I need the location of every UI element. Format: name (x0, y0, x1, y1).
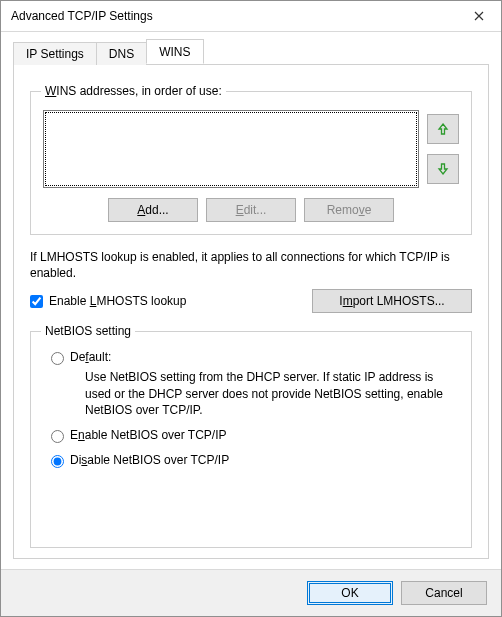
netbios-disable-label[interactable]: Disable NetBIOS over TCP/IP (70, 453, 229, 467)
arrow-down-icon (436, 162, 450, 176)
netbios-enable-radio[interactable] (51, 430, 64, 443)
dialog-footer: OK Cancel (1, 569, 501, 616)
tab-ip-settings[interactable]: IP Settings (13, 42, 97, 65)
netbios-enable-label[interactable]: Enable NetBIOS over TCP/IP (70, 428, 227, 442)
netbios-default-radio[interactable] (51, 352, 64, 365)
tab-page-wins: WINS addresses, in order of use: (13, 64, 489, 559)
dialog-window: Advanced TCP/IP Settings IP Settings DNS… (0, 0, 502, 617)
window-title: Advanced TCP/IP Settings (11, 9, 456, 23)
client-area: IP Settings DNS WINS WINS addresses, in … (1, 32, 501, 569)
group-wins-addresses: WINS addresses, in order of use: (30, 91, 472, 235)
group-netbios: NetBIOS setting Default: Use NetBIOS set… (30, 331, 472, 548)
add-button[interactable]: Add... (108, 198, 198, 222)
move-down-button[interactable] (427, 154, 459, 184)
titlebar: Advanced TCP/IP Settings (1, 1, 501, 32)
tab-wins[interactable]: WINS (146, 39, 203, 64)
cancel-button[interactable]: Cancel (401, 581, 487, 605)
ok-button[interactable]: OK (307, 581, 393, 605)
import-lmhosts-button[interactable]: Import LMHOSTS... (312, 289, 472, 313)
enable-lmhosts-checkbox[interactable] (30, 295, 43, 308)
edit-button[interactable]: Edit... (206, 198, 296, 222)
group-netbios-legend: NetBIOS setting (41, 324, 135, 338)
netbios-default-label[interactable]: Default: (70, 350, 111, 364)
tab-dns[interactable]: DNS (96, 42, 147, 65)
move-up-button[interactable] (427, 114, 459, 144)
netbios-disable-radio[interactable] (51, 455, 64, 468)
reorder-buttons (427, 110, 459, 188)
close-icon[interactable] (456, 1, 501, 31)
netbios-default-description: Use NetBIOS setting from the DHCP server… (85, 369, 459, 418)
group-wins-legend: WINS addresses, in order of use: (41, 84, 226, 98)
lmhosts-info-text: If LMHOSTS lookup is enabled, it applies… (30, 249, 472, 281)
wins-address-listbox[interactable] (43, 110, 419, 188)
arrow-up-icon (436, 122, 450, 136)
remove-button[interactable]: Remove (304, 198, 394, 222)
tabs-strip: IP Settings DNS WINS (13, 40, 489, 64)
enable-lmhosts-label[interactable]: Enable LMHOSTS lookup (49, 294, 186, 308)
